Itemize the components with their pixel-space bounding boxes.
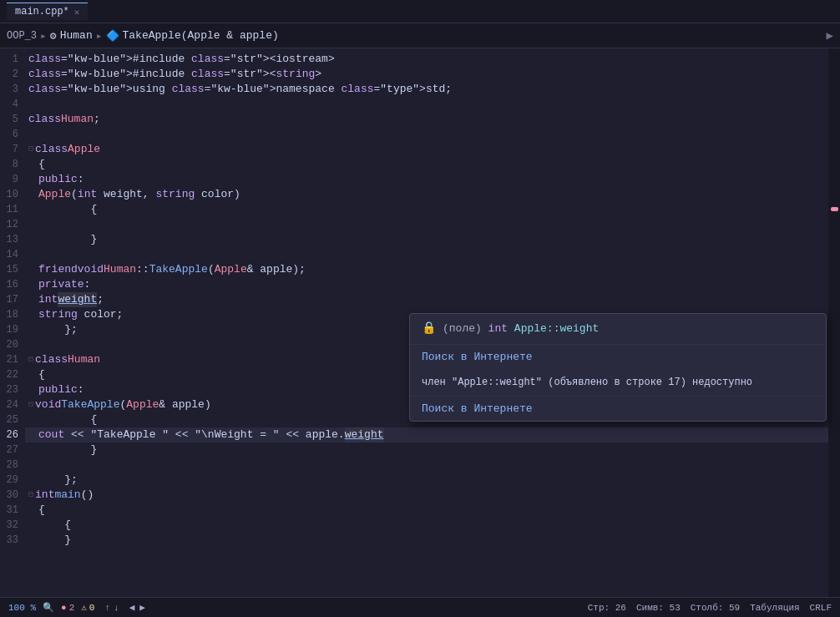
cursor-char: Симв: 53 (636, 603, 681, 613)
cursor-line: Стр: 26 (588, 603, 626, 613)
line-number: 18 (0, 307, 18, 322)
line-number: 26 (0, 427, 18, 443)
line-number: 9 (0, 172, 18, 187)
code-line[interactable]: class="kw-blue">using class="kw-blue">na… (25, 82, 828, 97)
code-line[interactable]: class="kw-blue">#include class="str"><st… (25, 67, 828, 82)
nav-bar: OOP_3 ▸ ⚙ Human ▸ 🔷 TakeApple(Apple & ap… (0, 23, 840, 48)
code-line[interactable]: } (25, 443, 828, 458)
title-bar: main.cpp* ✕ (0, 0, 840, 23)
code-line[interactable]: { (25, 518, 828, 533)
tooltip-popup: 🔒 (поле) int Apple::weight Поиск в Интер… (409, 313, 827, 422)
warning-number: 0 (89, 603, 95, 613)
line-number: 5 (0, 112, 18, 127)
fold-marker[interactable]: ⊟ (28, 488, 33, 503)
code-line[interactable]: { (25, 503, 828, 518)
tab-close-button[interactable]: ✕ (74, 7, 80, 18)
line-ending: CRLF (810, 603, 832, 613)
nav-method[interactable]: 🔷 TakeApple(Apple & apple) (106, 29, 279, 43)
nav-class[interactable]: ⚙ Human (50, 29, 93, 43)
line-number: 8 (0, 157, 18, 172)
arrow-down[interactable]: ↓ (114, 603, 119, 613)
code-line[interactable] (25, 217, 828, 232)
code-line[interactable] (25, 247, 828, 262)
code-line[interactable]: private: (25, 277, 828, 292)
nav-class-name: Human (60, 29, 93, 42)
line-number: 23 (0, 382, 18, 397)
line-number: 3 (0, 82, 18, 97)
tooltip-type-keyword: int (488, 322, 514, 335)
error-icon: ● (61, 603, 67, 613)
vertical-scrollbar[interactable] (828, 48, 840, 597)
line-number: 28 (0, 458, 18, 473)
status-bar: 100 % 🔍 ● 2 ⚠ 0 ↑ ↓ ◀ ▶ Стр: 26 Симв: 53… (0, 597, 840, 617)
line-number: 10 (0, 187, 18, 202)
line-number: 24 (0, 397, 18, 412)
line-number: 27 (0, 443, 18, 458)
fold-marker[interactable]: ⊟ (28, 142, 33, 157)
code-line[interactable]: }; (25, 473, 828, 488)
code-line[interactable]: { (25, 157, 828, 172)
error-number: 2 (69, 603, 75, 613)
code-line[interactable] (25, 97, 828, 112)
line-number: 25 (0, 412, 18, 427)
error-marker (831, 207, 838, 211)
code-line[interactable]: public: (25, 172, 828, 187)
code-line[interactable]: ⊟int main() (25, 488, 828, 503)
line-number: 12 (0, 217, 18, 232)
nav-bar-actions: ▶ (827, 28, 833, 43)
line-number: 14 (0, 247, 18, 262)
tooltip-class-path: Apple::weight (514, 322, 599, 335)
code-line[interactable]: class="kw-blue">#include class="str"><io… (25, 52, 828, 67)
line-number: 30 (0, 488, 18, 503)
line-number: 22 (0, 367, 18, 382)
cursor-col: Столб: 59 (691, 603, 740, 613)
code-line[interactable] (25, 458, 828, 473)
error-count: ● 2 (61, 603, 74, 613)
scroll-left[interactable]: ◀ (129, 602, 135, 613)
status-right: Стр: 26 Симв: 53 Столб: 59 Табуляция CRL… (588, 603, 832, 613)
tooltip-signature-row: 🔒 (поле) int Apple::weight (410, 314, 826, 345)
code-line[interactable]: ⊟class Apple (25, 142, 828, 157)
line-number: 11 (0, 202, 18, 217)
fold-marker[interactable]: ⊟ (28, 397, 33, 412)
active-tab[interactable]: main.cpp* ✕ (7, 3, 88, 20)
method-icon: 🔷 (106, 29, 119, 43)
line-number: 31 (0, 503, 18, 518)
tooltip-search-link-1[interactable]: Поиск в Интернете (410, 345, 826, 369)
code-line[interactable]: } (25, 232, 828, 247)
code-line[interactable]: class Human; (25, 112, 828, 127)
code-line[interactable]: friend void Human::TakeApple(Apple& appl… (25, 262, 828, 277)
arrow-up[interactable]: ↑ (104, 603, 110, 613)
zoom-icon: 🔍 (43, 602, 54, 613)
line-number: 17 (0, 292, 18, 307)
code-line[interactable]: cout << "TakeApple " << "\nWeight = " <<… (25, 427, 828, 443)
code-line[interactable]: } (25, 533, 828, 548)
warning-count: ⚠ 0 (81, 602, 94, 613)
line-number: 6 (0, 127, 18, 142)
scope-label: OOP_3 (7, 30, 37, 42)
line-number: 16 (0, 277, 18, 292)
zoom-level[interactable]: 100 % (8, 603, 36, 613)
tab-type: Табуляция (750, 603, 799, 613)
line-number: 7 (0, 142, 18, 157)
line-number: 15 (0, 262, 18, 277)
tab-title: main.cpp* (15, 6, 69, 18)
code-line[interactable] (25, 127, 828, 142)
line-number: 1 (0, 52, 18, 67)
code-line[interactable]: { (25, 202, 828, 217)
scroll-right[interactable]: ▶ (139, 602, 145, 613)
nav-expand-button[interactable]: ▶ (827, 28, 833, 43)
tooltip-field-label: (поле) (443, 322, 488, 335)
line-number: 33 (0, 533, 18, 548)
nav-breadcrumb: OOP_3 (7, 30, 37, 42)
tooltip-error-message: член "Apple::weight" (объявлено в строке… (422, 376, 752, 390)
fold-marker[interactable]: ⊟ (28, 352, 33, 367)
nav-arrows: ↑ ↓ (104, 603, 119, 613)
line-number: 21 (0, 352, 18, 367)
code-line[interactable]: Apple(int weight, string color) (25, 187, 828, 202)
line-number: 13 (0, 232, 18, 247)
tooltip-error-row: член "Apple::weight" (объявлено в строке… (410, 369, 826, 397)
nav-method-name: TakeApple(Apple & apple) (123, 29, 279, 42)
code-line[interactable]: int weight; (25, 292, 828, 307)
tooltip-search-link-2[interactable]: Поиск в Интернете (410, 397, 826, 421)
